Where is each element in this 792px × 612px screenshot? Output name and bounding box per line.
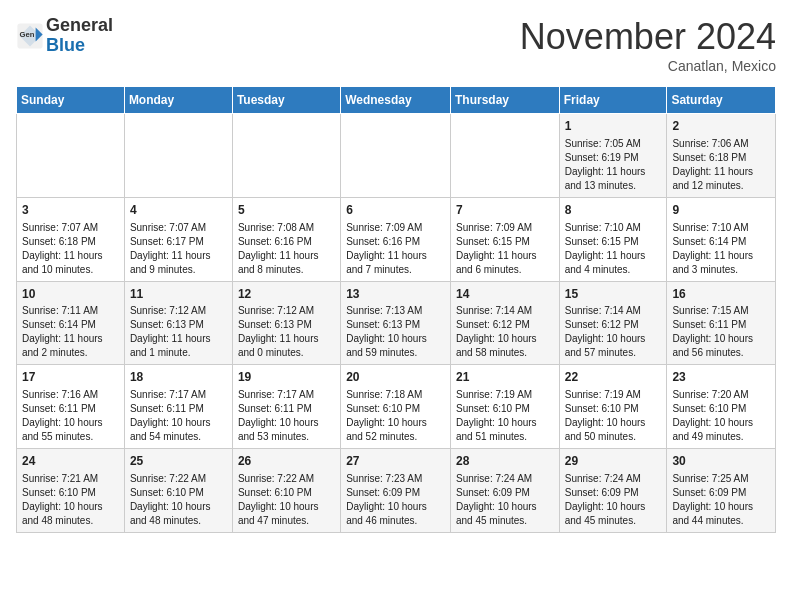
day-info: Sunrise: 7:05 AM (565, 137, 662, 151)
day-info: Sunrise: 7:09 AM (346, 221, 445, 235)
day-number: 10 (22, 286, 119, 303)
day-info: Daylight: 11 hours and 1 minute. (130, 332, 227, 360)
day-info: Sunset: 6:11 PM (672, 318, 770, 332)
month-title: November 2024 (520, 16, 776, 58)
day-number: 18 (130, 369, 227, 386)
calendar-cell: 3Sunrise: 7:07 AMSunset: 6:18 PMDaylight… (17, 197, 125, 281)
day-number: 9 (672, 202, 770, 219)
day-info: Daylight: 11 hours and 4 minutes. (565, 249, 662, 277)
day-info: Sunrise: 7:11 AM (22, 304, 119, 318)
day-info: Sunrise: 7:21 AM (22, 472, 119, 486)
location-subtitle: Canatlan, Mexico (520, 58, 776, 74)
day-number: 17 (22, 369, 119, 386)
weekday-header: Wednesday (341, 87, 451, 114)
calendar-cell: 4Sunrise: 7:07 AMSunset: 6:17 PMDaylight… (124, 197, 232, 281)
calendar-week-row: 1Sunrise: 7:05 AMSunset: 6:19 PMDaylight… (17, 114, 776, 198)
calendar-table: SundayMondayTuesdayWednesdayThursdayFrid… (16, 86, 776, 533)
calendar-cell: 5Sunrise: 7:08 AMSunset: 6:16 PMDaylight… (232, 197, 340, 281)
day-number: 12 (238, 286, 335, 303)
calendar-cell: 1Sunrise: 7:05 AMSunset: 6:19 PMDaylight… (559, 114, 667, 198)
day-info: Daylight: 10 hours and 51 minutes. (456, 416, 554, 444)
day-info: Sunrise: 7:09 AM (456, 221, 554, 235)
weekday-header: Saturday (667, 87, 776, 114)
day-info: Daylight: 10 hours and 57 minutes. (565, 332, 662, 360)
day-info: Sunrise: 7:10 AM (672, 221, 770, 235)
day-info: Sunset: 6:10 PM (565, 402, 662, 416)
day-info: Sunset: 6:19 PM (565, 151, 662, 165)
day-info: Sunrise: 7:22 AM (238, 472, 335, 486)
day-info: Sunrise: 7:17 AM (238, 388, 335, 402)
calendar-cell (341, 114, 451, 198)
calendar-week-row: 10Sunrise: 7:11 AMSunset: 6:14 PMDayligh… (17, 281, 776, 365)
day-info: Daylight: 10 hours and 44 minutes. (672, 500, 770, 528)
day-info: Sunrise: 7:12 AM (238, 304, 335, 318)
day-info: Sunrise: 7:10 AM (565, 221, 662, 235)
day-info: Sunset: 6:14 PM (672, 235, 770, 249)
day-info: Daylight: 10 hours and 48 minutes. (22, 500, 119, 528)
calendar-cell: 24Sunrise: 7:21 AMSunset: 6:10 PMDayligh… (17, 449, 125, 533)
weekday-header: Friday (559, 87, 667, 114)
day-info: Sunset: 6:10 PM (346, 402, 445, 416)
weekday-header: Monday (124, 87, 232, 114)
day-number: 2 (672, 118, 770, 135)
day-info: Daylight: 10 hours and 55 minutes. (22, 416, 119, 444)
day-info: Sunrise: 7:25 AM (672, 472, 770, 486)
day-info: Sunrise: 7:14 AM (565, 304, 662, 318)
day-number: 14 (456, 286, 554, 303)
day-info: Sunrise: 7:08 AM (238, 221, 335, 235)
day-number: 5 (238, 202, 335, 219)
day-info: Daylight: 10 hours and 54 minutes. (130, 416, 227, 444)
day-info: Sunset: 6:13 PM (238, 318, 335, 332)
calendar-cell (17, 114, 125, 198)
title-block: November 2024 Canatlan, Mexico (520, 16, 776, 74)
day-number: 1 (565, 118, 662, 135)
day-info: Daylight: 10 hours and 48 minutes. (130, 500, 227, 528)
calendar-cell: 28Sunrise: 7:24 AMSunset: 6:09 PMDayligh… (450, 449, 559, 533)
day-info: Sunrise: 7:22 AM (130, 472, 227, 486)
calendar-cell: 21Sunrise: 7:19 AMSunset: 6:10 PMDayligh… (450, 365, 559, 449)
day-info: Sunrise: 7:18 AM (346, 388, 445, 402)
day-info: Daylight: 11 hours and 13 minutes. (565, 165, 662, 193)
day-info: Sunset: 6:09 PM (456, 486, 554, 500)
calendar-cell: 20Sunrise: 7:18 AMSunset: 6:10 PMDayligh… (341, 365, 451, 449)
day-info: Daylight: 11 hours and 3 minutes. (672, 249, 770, 277)
day-info: Sunrise: 7:19 AM (565, 388, 662, 402)
day-info: Sunset: 6:10 PM (238, 486, 335, 500)
day-number: 7 (456, 202, 554, 219)
day-number: 22 (565, 369, 662, 386)
day-number: 3 (22, 202, 119, 219)
calendar-week-row: 3Sunrise: 7:07 AMSunset: 6:18 PMDaylight… (17, 197, 776, 281)
calendar-cell: 27Sunrise: 7:23 AMSunset: 6:09 PMDayligh… (341, 449, 451, 533)
day-info: Sunrise: 7:13 AM (346, 304, 445, 318)
calendar-cell (450, 114, 559, 198)
calendar-cell: 22Sunrise: 7:19 AMSunset: 6:10 PMDayligh… (559, 365, 667, 449)
day-info: Sunrise: 7:19 AM (456, 388, 554, 402)
day-info: Sunrise: 7:24 AM (456, 472, 554, 486)
day-info: Sunset: 6:13 PM (346, 318, 445, 332)
day-number: 23 (672, 369, 770, 386)
day-info: Daylight: 10 hours and 49 minutes. (672, 416, 770, 444)
day-number: 8 (565, 202, 662, 219)
day-info: Sunrise: 7:12 AM (130, 304, 227, 318)
day-info: Daylight: 10 hours and 45 minutes. (565, 500, 662, 528)
day-info: Daylight: 11 hours and 6 minutes. (456, 249, 554, 277)
day-number: 19 (238, 369, 335, 386)
day-info: Sunrise: 7:16 AM (22, 388, 119, 402)
calendar-cell: 15Sunrise: 7:14 AMSunset: 6:12 PMDayligh… (559, 281, 667, 365)
calendar-cell: 14Sunrise: 7:14 AMSunset: 6:12 PMDayligh… (450, 281, 559, 365)
calendar-cell: 2Sunrise: 7:06 AMSunset: 6:18 PMDaylight… (667, 114, 776, 198)
day-number: 27 (346, 453, 445, 470)
calendar-cell: 29Sunrise: 7:24 AMSunset: 6:09 PMDayligh… (559, 449, 667, 533)
day-info: Sunrise: 7:20 AM (672, 388, 770, 402)
day-info: Sunrise: 7:24 AM (565, 472, 662, 486)
day-number: 29 (565, 453, 662, 470)
day-number: 26 (238, 453, 335, 470)
calendar-cell: 25Sunrise: 7:22 AMSunset: 6:10 PMDayligh… (124, 449, 232, 533)
logo-icon: Gen (16, 22, 44, 50)
day-number: 16 (672, 286, 770, 303)
day-info: Sunset: 6:12 PM (565, 318, 662, 332)
day-info: Daylight: 10 hours and 59 minutes. (346, 332, 445, 360)
calendar-week-row: 24Sunrise: 7:21 AMSunset: 6:10 PMDayligh… (17, 449, 776, 533)
calendar-cell: 9Sunrise: 7:10 AMSunset: 6:14 PMDaylight… (667, 197, 776, 281)
day-info: Sunset: 6:17 PM (130, 235, 227, 249)
